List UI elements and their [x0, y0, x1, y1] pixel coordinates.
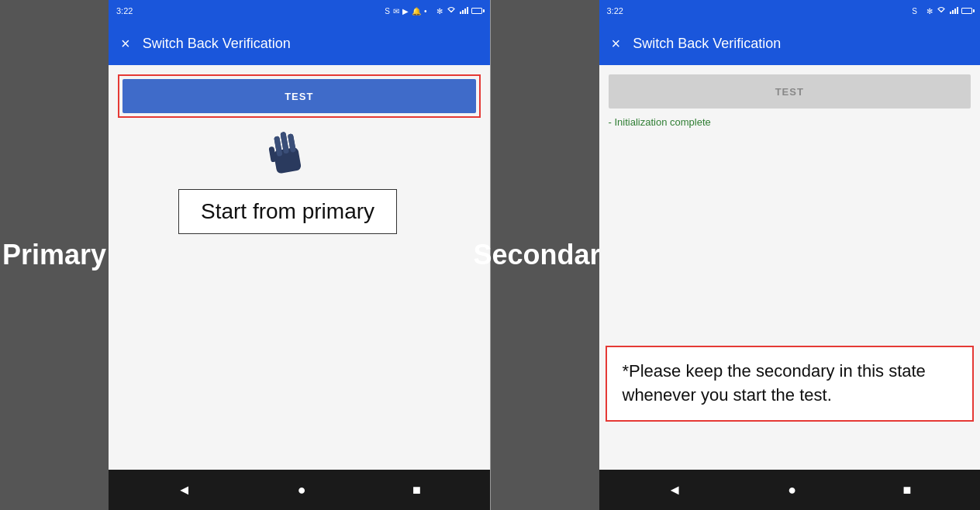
secondary-battery-icon: [961, 7, 972, 16]
secondary-signal-icon: [950, 6, 958, 16]
svg-rect-1: [274, 136, 282, 157]
primary-app-bar: × Switch Back Verification: [109, 22, 490, 65]
left-panel: Primary 3:22 S ✉ ▶ 🔔 • ✻: [0, 0, 490, 510]
primary-nav-bar: ◄ ● ■: [109, 470, 490, 510]
secondary-back-button[interactable]: ◄: [668, 482, 682, 498]
secondary-time: 3:22: [607, 6, 623, 16]
svg-rect-0: [273, 146, 302, 174]
svg-rect-2: [280, 132, 289, 154]
mail-icon: ✉: [393, 7, 399, 16]
secondary-test-button[interactable]: TEST: [609, 74, 971, 109]
primary-recents-button[interactable]: ■: [412, 482, 421, 498]
secondary-close-button[interactable]: ×: [612, 35, 621, 53]
sim-icon: S: [385, 7, 390, 16]
alert-icon: 🔔: [412, 7, 421, 16]
secondary-bt-icon: ✻: [927, 7, 933, 16]
secondary-recents-button[interactable]: ■: [902, 482, 911, 498]
secondary-wifi-icon: [936, 6, 947, 16]
primary-phone-content: TEST Star: [109, 65, 490, 470]
secondary-phone-frame: 3:22 S ✻: [599, 0, 981, 510]
secondary-nav-bar: ◄ ● ■: [599, 470, 981, 510]
secondary-status-icons: S ✻: [912, 6, 972, 16]
primary-label: Primary: [0, 0, 109, 510]
primary-time: 3:22: [116, 6, 133, 16]
hand-cursor-icon: [259, 123, 316, 191]
primary-status-icons: S ✉ ▶ 🔔 • ✻: [385, 6, 481, 16]
primary-home-button[interactable]: ●: [298, 482, 306, 498]
secondary-app-bar: × Switch Back Verification: [599, 22, 981, 65]
battery-icon: [471, 7, 482, 16]
start-from-primary-box: Start from primary: [178, 189, 397, 234]
svg-rect-3: [288, 133, 296, 153]
svg-rect-4: [268, 146, 276, 163]
secondary-home-button[interactable]: ●: [788, 482, 796, 498]
init-complete-text: - Initialization complete: [609, 116, 971, 128]
start-from-primary-text: Start from primary: [201, 199, 374, 223]
secondary-label: Secondary: [491, 0, 599, 510]
note-box: *Please keep the secondary in this state…: [606, 346, 975, 422]
dot-icon: •: [424, 7, 427, 16]
primary-back-button[interactable]: ◄: [178, 482, 192, 498]
secondary-sim-icon: S: [912, 7, 917, 16]
note-text: *Please keep the secondary in this state…: [623, 361, 926, 405]
right-panel: Secondary 3:22 S ✻: [491, 0, 981, 510]
secondary-status-bar: 3:22 S ✻: [599, 0, 981, 22]
primary-test-button[interactable]: TEST: [122, 79, 476, 113]
primary-phone-frame: 3:22 S ✉ ▶ 🔔 • ✻: [109, 0, 490, 510]
secondary-app-title: Switch Back Verification: [633, 36, 781, 52]
primary-status-bar: 3:22 S ✉ ▶ 🔔 • ✻: [109, 0, 490, 22]
wifi-icon: [446, 6, 457, 16]
primary-test-button-outline: TEST: [118, 74, 481, 118]
primary-close-button[interactable]: ×: [121, 35, 130, 53]
svg-rect-7: [288, 133, 296, 153]
secondary-phone-content: TEST - Initialization complete *Please k…: [599, 65, 981, 470]
primary-app-title: Switch Back Verification: [143, 36, 291, 52]
video-icon: ▶: [402, 7, 409, 16]
signal-icon: [460, 6, 468, 16]
svg-rect-5: [274, 136, 282, 157]
svg-rect-6: [280, 132, 289, 154]
bt-icon: ✻: [437, 7, 443, 16]
